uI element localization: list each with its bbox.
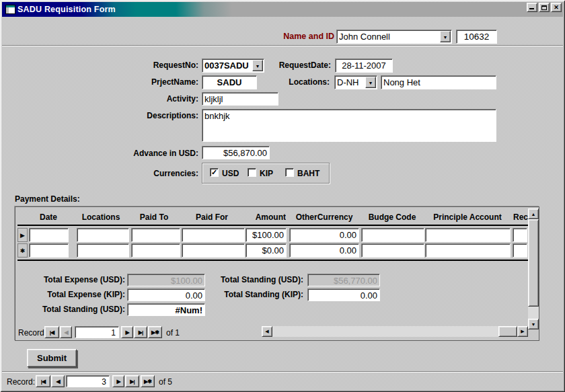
request-date-field[interactable]: 28-11-2007 xyxy=(335,58,393,73)
cell-other-currency-1[interactable]: 0.00 xyxy=(289,228,359,242)
scroll-right-button[interactable]: ▶ xyxy=(517,326,528,337)
access-form-window: SADU Requisition Form ✕ Name and ID John… xyxy=(0,0,565,392)
header-divider xyxy=(2,45,563,46)
currency-baht-checkbox[interactable] xyxy=(285,168,294,177)
row-selector-current[interactable]: ▶ xyxy=(17,228,28,242)
payment-details-label: Payment Details: xyxy=(15,194,80,204)
cell-paid-for-2[interactable] xyxy=(182,243,245,258)
advance-usd-label: Advance in USD: xyxy=(101,149,198,158)
submit-button[interactable]: Submit xyxy=(27,349,77,367)
maximize-button[interactable] xyxy=(539,3,550,12)
minimize-button[interactable] xyxy=(527,3,537,12)
subform-record-label: Record: xyxy=(18,328,46,338)
col-header-rec: Rec xyxy=(513,212,528,222)
main-last-record-button[interactable]: ▶| xyxy=(125,375,139,387)
request-no-combo[interactable]: 0037SADU ▼ xyxy=(202,58,264,73)
currency-usd-checkbox[interactable]: ✓ xyxy=(210,168,219,177)
subform-record-number-field[interactable]: 1 xyxy=(75,326,119,338)
col-header-other-currency: OtherCurrency xyxy=(289,212,360,222)
name-combo-arrow[interactable]: ▼ xyxy=(440,31,451,42)
locations-label: Locations: xyxy=(262,77,330,87)
cell-date-1[interactable] xyxy=(29,228,69,242)
cell-rec-2[interactable] xyxy=(513,243,527,258)
horizontal-scroll-thumb[interactable] xyxy=(498,326,517,337)
locations-code-value: D-NH xyxy=(337,77,359,87)
minimize-icon xyxy=(529,8,534,9)
cell-amount-1[interactable]: $100.00 xyxy=(246,228,287,242)
name-combo[interactable]: John Connell ▼ xyxy=(336,30,452,44)
currency-kip-checkbox[interactable] xyxy=(248,168,256,177)
cell-budge-code-1[interactable] xyxy=(361,228,424,242)
request-date-label: RequestDate: xyxy=(259,61,331,70)
subform-new-record-button[interactable]: ▶✱ xyxy=(148,326,162,338)
descriptions-label: Descriptions: xyxy=(114,111,198,120)
currencies-label: Currencies: xyxy=(101,169,198,178)
locations-name-field[interactable]: Nong Het xyxy=(381,75,496,89)
cell-amount-2[interactable]: $0.00 xyxy=(246,243,287,258)
cell-date-2[interactable] xyxy=(29,243,69,258)
title-bar[interactable]: SADU Requisition Form xyxy=(2,2,563,17)
col-header-principle-account: Principle Account xyxy=(424,212,511,222)
activity-label: Activity: xyxy=(114,94,198,104)
footer-divider xyxy=(2,371,563,372)
id-field[interactable]: 10632 xyxy=(456,30,497,44)
prev-record-icon: ◀ xyxy=(64,329,67,336)
close-button[interactable]: ✕ xyxy=(551,3,562,12)
activity-field[interactable]: kljkljl xyxy=(202,92,278,106)
col-header-budge-code: Budge Code xyxy=(360,212,424,222)
vertical-scroll-thumb[interactable] xyxy=(528,219,539,307)
cell-rec-1[interactable] xyxy=(513,228,527,242)
maximize-icon xyxy=(541,5,547,10)
horizontal-scrollbar[interactable]: ◀ ▶ xyxy=(262,326,528,337)
window-title: SADU Requisition Form xyxy=(17,5,116,14)
subform-first-record-button[interactable]: |◀ xyxy=(44,326,59,338)
subform-last-record-button[interactable]: ▶| xyxy=(134,326,147,338)
new-record-icon: ▶✱ xyxy=(151,329,159,336)
total-standing-kip-field[interactable]: 0.00 xyxy=(307,288,380,301)
cell-locations-2[interactable] xyxy=(77,243,129,258)
cell-paid-to-1[interactable] xyxy=(131,228,180,242)
total-standing-usd2-field[interactable]: #Num! xyxy=(127,303,205,316)
project-name-field[interactable]: SADU xyxy=(202,75,257,89)
main-new-record-button[interactable]: ▶✱ xyxy=(141,375,155,387)
cell-principle-account-2[interactable] xyxy=(425,243,511,258)
last-record-icon: ▶| xyxy=(130,379,134,385)
total-standing-usd2-label: Total Standing (USD): xyxy=(22,305,125,314)
total-standing-usd-label: Total Standing (USD): xyxy=(207,275,303,284)
row-selector-new[interactable]: ✱ xyxy=(17,243,28,258)
subform-prev-record-button[interactable]: ◀ xyxy=(60,326,72,338)
scroll-left-button[interactable]: ◀ xyxy=(262,326,272,337)
request-no-value: 0037SADU xyxy=(204,61,249,71)
total-standing-usd-field: $56,770.00 xyxy=(307,274,380,286)
advance-usd-field[interactable]: $56,870.00 xyxy=(202,146,270,159)
main-record-number-field[interactable]: 3 xyxy=(66,375,110,387)
prev-record-icon: ◀ xyxy=(56,379,59,385)
cell-principle-account-1[interactable] xyxy=(425,228,511,242)
cell-budge-code-2[interactable] xyxy=(361,243,424,258)
locations-combo[interactable]: D-NH ▼ xyxy=(334,75,377,89)
check-icon: ✓ xyxy=(211,168,217,176)
cell-paid-for-1[interactable] xyxy=(182,228,245,242)
locations-combo-arrow[interactable]: ▼ xyxy=(365,77,376,88)
down-arrow-icon: ▼ xyxy=(531,322,536,327)
main-first-record-button[interactable]: |◀ xyxy=(36,375,50,387)
form-icon xyxy=(5,5,15,14)
descriptions-field[interactable]: bnkhjk xyxy=(202,109,496,142)
main-next-record-button[interactable]: ▶ xyxy=(112,375,124,387)
scroll-up-button[interactable]: ▲ xyxy=(528,208,539,219)
chevron-down-icon: ▼ xyxy=(369,81,373,85)
col-header-date: Date xyxy=(28,212,69,222)
next-record-icon: ▶ xyxy=(125,329,128,336)
currency-kip-label: KIP xyxy=(260,169,273,178)
vertical-scrollbar[interactable]: ▲ ▼ xyxy=(528,208,539,329)
last-record-icon: ▶| xyxy=(139,329,143,336)
cell-locations-1[interactable] xyxy=(77,228,129,242)
submit-button-label: Submit xyxy=(37,353,67,363)
cell-paid-to-2[interactable] xyxy=(131,243,180,258)
subform-next-record-button[interactable]: ▶ xyxy=(121,326,133,338)
main-prev-record-button[interactable]: ◀ xyxy=(51,375,65,387)
total-expense-kip-field[interactable]: 0.00 xyxy=(127,288,205,301)
cell-other-currency-2[interactable]: 0.00 xyxy=(289,243,359,258)
scroll-down-button[interactable]: ▼ xyxy=(528,319,539,329)
currency-usd-label: USD xyxy=(222,169,239,178)
